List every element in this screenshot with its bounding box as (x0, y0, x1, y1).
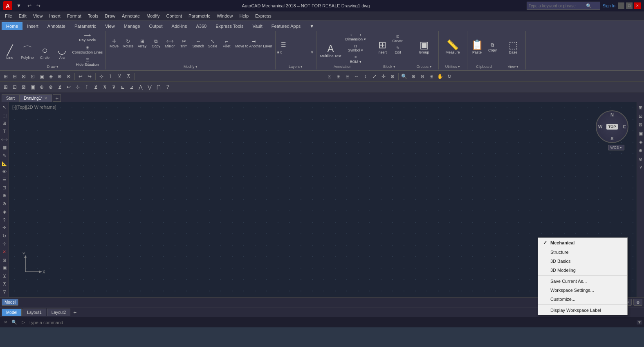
sb-redraw[interactable]: ↻ (1, 233, 8, 240)
minimize-btn[interactable]: – (618, 2, 624, 9)
menu-edit[interactable]: Edit (16, 13, 30, 19)
tb3-btn17[interactable]: ⋁ (146, 83, 154, 91)
menu-view[interactable]: View (30, 13, 46, 19)
sb-modify[interactable]: ✎ (1, 152, 8, 159)
compass-top-btn[interactable]: TOP (606, 124, 618, 130)
tab-parametric[interactable]: Parametric (70, 22, 101, 30)
tb3-btn2[interactable]: ⊡ (11, 83, 19, 91)
tab-layout-add[interactable]: + (71, 309, 79, 316)
sb-misc1[interactable]: ⊹ (1, 240, 8, 247)
tab-more[interactable]: ▼ (305, 22, 319, 30)
cmd-input[interactable] (29, 320, 635, 325)
redo-btn[interactable]: ↪ (34, 2, 43, 10)
tb2-btn13[interactable]: ⊻ (115, 72, 123, 81)
sb-misc3[interactable]: ⊠ (1, 257, 8, 264)
sb-misc4[interactable]: ▣ (1, 264, 8, 271)
btn-construction-lines[interactable]: ⊞ Construction Lines (71, 44, 104, 56)
btn-line[interactable]: ╱ Line (2, 44, 18, 61)
btn-create[interactable]: ⊡ Create (391, 34, 405, 44)
tab-add[interactable]: + (53, 94, 61, 102)
tb2-zoom3[interactable]: ⊖ (418, 72, 426, 81)
close-btn[interactable]: ✕ (634, 2, 641, 9)
quick-access-btn[interactable]: ▼ (15, 2, 23, 10)
status-btn8[interactable]: ⊕ (633, 299, 642, 306)
tb3-btn9[interactable]: ⊹ (74, 83, 82, 91)
btn-stretch[interactable]: ↔ Stretch (191, 38, 206, 49)
sb-select3[interactable]: ⊞ (1, 120, 8, 127)
rsb-btn3[interactable]: ⊠ (637, 121, 644, 128)
maximize-btn[interactable]: □ (626, 2, 633, 9)
btn-move-layer[interactable]: ⇥ Move to Another Layer (234, 38, 274, 49)
tb2-btn6[interactable]: ◈ (47, 72, 55, 81)
menu-express[interactable]: Express (252, 13, 275, 19)
sb-inquire[interactable]: ? (1, 216, 8, 223)
cmd-search-btn[interactable]: 🔍 (11, 319, 18, 326)
sb-misc7[interactable]: ⊽ (1, 289, 8, 296)
tb3-btn12[interactable]: ⊼ (101, 83, 109, 91)
btn-polyline[interactable]: ⌒ Polyline (19, 44, 36, 61)
sb-render[interactable]: ◈ (1, 208, 8, 215)
menu-tools[interactable]: Tools (85, 13, 102, 19)
tab-layout2[interactable]: Layout2 (47, 309, 71, 316)
tab-express[interactable]: Express Tools (211, 22, 248, 30)
tb2-nav6[interactable]: ⤢ (370, 72, 379, 81)
search-icon[interactable]: 🔍 (586, 3, 592, 9)
btn-fillet[interactable]: ⌐ Fillet (220, 38, 233, 49)
menu-draw[interactable]: Draw (101, 13, 119, 19)
btn-copy[interactable]: ⧉ Copy (150, 38, 163, 49)
sb-misc6[interactable]: ⊼ (1, 281, 8, 288)
sb-select2[interactable]: ⬚ (1, 112, 8, 119)
menu-modify[interactable]: Modify (143, 13, 163, 19)
tb3-btn10[interactable]: ⊺ (83, 83, 91, 91)
dd-display-label[interactable]: Display Workspace Label (538, 306, 627, 315)
btn-clipboard-copy[interactable]: ⧉ Copy (486, 41, 499, 53)
tb2-nav5[interactable]: ↕ (361, 72, 370, 81)
tb2-nav3[interactable]: ⊟ (343, 72, 352, 81)
tb3-btn4[interactable]: ▣ (29, 83, 37, 91)
search-input[interactable] (529, 4, 586, 8)
rsb-btn7[interactable]: ⊗ (637, 155, 644, 163)
sb-layers[interactable]: ☰ (1, 176, 8, 183)
rsb-btn8[interactable]: ⊻ (637, 164, 644, 171)
btn-edit[interactable]: ✎ Edit (391, 45, 405, 56)
btn-bom[interactable]: ≡ BOM ▾ (344, 54, 367, 65)
undo-btn[interactable]: ↩ (25, 2, 34, 10)
sb-select[interactable]: ↖ (1, 104, 8, 111)
btn-rotate[interactable]: ↻ Rotate (121, 38, 135, 49)
tb3-help[interactable]: ? (164, 83, 172, 91)
sb-nav[interactable]: ✛ (1, 224, 8, 231)
layer-dropdown-icon[interactable]: ▼ (310, 50, 314, 54)
tb3-btn16[interactable]: ⋀ (137, 83, 145, 91)
rsb-btn5[interactable]: ◈ (637, 138, 644, 146)
tb2-btn9[interactable]: ↩ (76, 72, 85, 81)
btn-arc[interactable]: ◡ Arc (54, 44, 70, 61)
sb-hatch[interactable]: ▦ (1, 144, 8, 151)
tb2-nav4[interactable]: ↔ (352, 72, 361, 81)
tb3-btn6[interactable]: ⊗ (47, 83, 55, 91)
tb2-nav7[interactable]: ✛ (379, 72, 388, 81)
cmd-close-btn[interactable]: ✕ (2, 319, 9, 326)
btn-layers[interactable]: ☰ (277, 41, 290, 49)
sb-snap[interactable]: ⊗ (1, 200, 8, 207)
sb-misc2[interactable]: ✕ (1, 248, 8, 255)
menu-window[interactable]: Window (213, 13, 236, 19)
tb2-pan[interactable]: ✋ (436, 72, 444, 81)
btn-array[interactable]: ⊞ Array (136, 38, 149, 49)
sb-dim[interactable]: ⟺ (1, 136, 8, 143)
tb2-nav2[interactable]: ⊞ (334, 72, 343, 81)
btn-dimension[interactable]: ⟵⟶ Dimension ▾ (344, 32, 367, 43)
tb2-orbit[interactable]: ↻ (445, 72, 453, 81)
tab-insert[interactable]: Insert (22, 22, 43, 30)
sb-block[interactable]: ⊡ (1, 184, 8, 191)
btn-group[interactable]: ▣ Group (416, 39, 432, 56)
cmd-scroll[interactable]: ▼ (637, 320, 642, 325)
rsb-btn4[interactable]: ▣ (637, 130, 644, 137)
btn-symbol[interactable]: Ω Symbol ▾ (344, 43, 367, 54)
tb3-btn11[interactable]: ⊻ (92, 83, 100, 91)
tb3-btn5[interactable]: ⊕ (38, 83, 46, 91)
tb2-btn10[interactable]: ↪ (85, 72, 94, 81)
tb3-btn1[interactable]: ⊞ (2, 83, 10, 91)
btn-move[interactable]: ✛ Move (108, 38, 121, 49)
tab-featured[interactable]: Featured Apps (267, 22, 305, 30)
tb2-btn11[interactable]: ⊹ (97, 72, 105, 81)
